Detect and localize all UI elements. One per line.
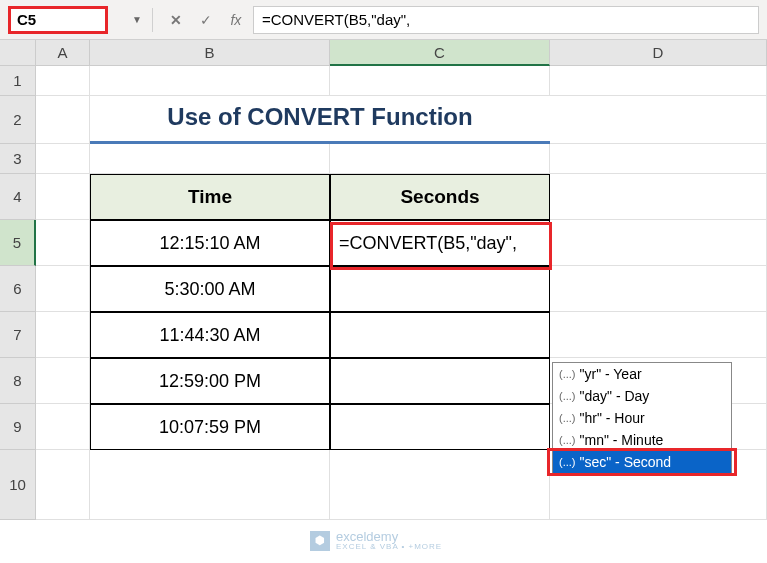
cell-D6[interactable] [550,266,767,312]
cell-D1[interactable] [550,66,767,96]
cell-B3[interactable] [90,144,330,174]
cell-A10[interactable] [36,450,90,520]
cell-C8[interactable] [330,358,550,404]
cell-D7[interactable] [550,312,767,358]
param-icon: (...) [559,434,576,446]
header-seconds[interactable]: Seconds [330,174,550,220]
watermark-sub: EXCEL & VBA • +MORE [336,543,442,551]
param-icon: (...) [559,456,576,468]
cell-C3[interactable] [330,144,550,174]
cell-D3[interactable] [550,144,767,174]
cell-D4[interactable] [550,174,767,220]
autocomplete-label: "day" - Day [580,388,650,404]
formula-text: =CONVERT(B5,"day", [262,11,410,28]
cell-C6[interactable] [330,266,550,312]
param-icon: (...) [559,368,576,380]
autocomplete-item-hr[interactable]: (...) "hr" - Hour [553,407,731,429]
name-box-value: C5 [17,11,36,28]
autocomplete-label: "mn" - Minute [580,432,664,448]
row-header-7[interactable]: 7 [0,312,36,358]
cell-B1[interactable] [90,66,330,96]
cell-B5[interactable]: 12:15:10 AM [90,220,330,266]
watermark-icon: ⬢ [310,531,330,551]
param-icon: (...) [559,390,576,402]
cell-D5[interactable] [550,220,767,266]
row-5: 5 12:15:10 AM =CONVERT(B5,"day", [0,220,767,266]
cell-C9[interactable] [330,404,550,450]
watermark-text: exceldemy EXCEL & VBA • +MORE [336,530,442,551]
param-icon: (...) [559,412,576,424]
formula-autocomplete: (...) "yr" - Year (...) "day" - Day (...… [552,362,732,474]
row-1: 1 [0,66,767,96]
cell-A3[interactable] [36,144,90,174]
col-header-A[interactable]: A [36,40,90,66]
cell-A2[interactable] [36,96,90,144]
cell-C5[interactable]: =CONVERT(B5,"day", [330,220,550,266]
autocomplete-label: "hr" - Hour [580,410,645,426]
row-header-10[interactable]: 10 [0,450,36,520]
row-7: 7 11:44:30 AM [0,312,767,358]
title-cell[interactable]: Use of CONVERT Function [90,96,550,144]
row-header-5[interactable]: 5 [0,220,36,266]
cell-A5[interactable] [36,220,90,266]
autocomplete-item-sec[interactable]: (...) "sec" - Second [553,451,731,473]
autocomplete-item-day[interactable]: (...) "day" - Day [553,385,731,407]
row-header-4[interactable]: 4 [0,174,36,220]
cell-C7[interactable] [330,312,550,358]
name-box-dropdown-icon[interactable]: ▼ [132,14,142,25]
row-header-3[interactable]: 3 [0,144,36,174]
row-header-2[interactable]: 2 [0,96,36,144]
cell-B10[interactable] [90,450,330,520]
row-2: 2 Use of CONVERT Function [0,96,767,144]
autocomplete-label: "yr" - Year [580,366,642,382]
col-header-D[interactable]: D [550,40,767,66]
autocomplete-item-yr[interactable]: (...) "yr" - Year [553,363,731,385]
enter-icon[interactable]: ✓ [193,7,219,33]
col-header-B[interactable]: B [90,40,330,66]
cell-A7[interactable] [36,312,90,358]
select-all-corner[interactable] [0,40,36,66]
column-headers: A B C D [0,40,767,66]
formula-input[interactable]: =CONVERT(B5,"day", [253,6,759,34]
page-title: Use of CONVERT Function [167,103,472,131]
cell-A9[interactable] [36,404,90,450]
row-header-6[interactable]: 6 [0,266,36,312]
cancel-icon[interactable]: ✕ [163,7,189,33]
autocomplete-item-mn[interactable]: (...) "mn" - Minute [553,429,731,451]
row-6: 6 5:30:00 AM [0,266,767,312]
autocomplete-label: "sec" - Second [580,454,672,470]
cell-B8[interactable]: 12:59:00 PM [90,358,330,404]
row-header-8[interactable]: 8 [0,358,36,404]
separator [152,8,153,32]
row-4: 4 Time Seconds [0,174,767,220]
cell-A6[interactable] [36,266,90,312]
header-time[interactable]: Time [90,174,330,220]
cell-A8[interactable] [36,358,90,404]
col-header-C[interactable]: C [330,40,550,66]
cell-C1[interactable] [330,66,550,96]
name-box[interactable]: C5 [8,6,108,34]
cell-B7[interactable]: 11:44:30 AM [90,312,330,358]
spreadsheet-grid: A B C D 1 2 Use of CONVERT Function 3 4 … [0,40,767,520]
row-3: 3 [0,144,767,174]
cell-D2[interactable] [550,96,767,144]
cell-A1[interactable] [36,66,90,96]
cell-B9[interactable]: 10:07:59 PM [90,404,330,450]
row-header-9[interactable]: 9 [0,404,36,450]
formula-bar: C5 ▼ ✕ ✓ fx =CONVERT(B5,"day", [0,0,767,40]
watermark: ⬢ exceldemy EXCEL & VBA • +MORE [310,530,442,551]
fx-icon[interactable]: fx [223,7,249,33]
row-header-1[interactable]: 1 [0,66,36,96]
cell-A4[interactable] [36,174,90,220]
cell-C10[interactable] [330,450,550,520]
cell-B6[interactable]: 5:30:00 AM [90,266,330,312]
